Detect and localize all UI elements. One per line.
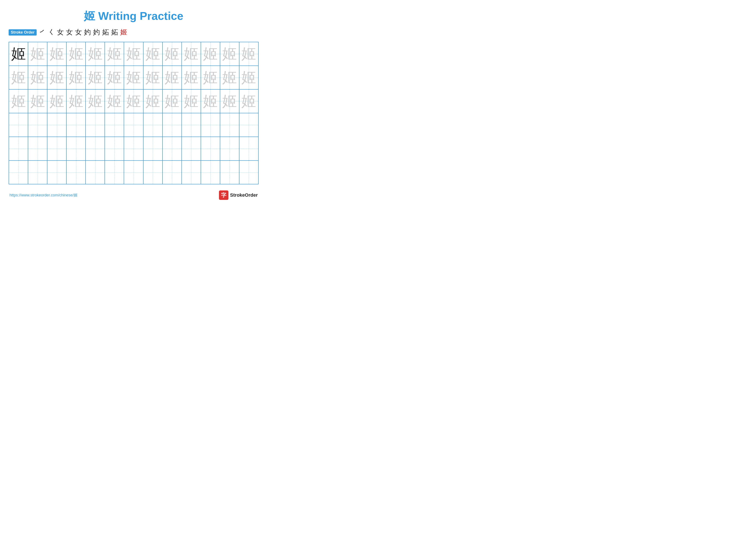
stroke-order-badge: Stroke Order — [9, 29, 37, 36]
stroke-step-9: 妬 — [111, 28, 118, 37]
grid-cell[interactable] — [86, 137, 105, 161]
grid-cell[interactable]: 姬 — [239, 42, 258, 66]
grid-cell[interactable]: 姬 — [47, 89, 67, 113]
grid-cell[interactable]: 姬 — [124, 66, 143, 89]
grid-cell[interactable]: 姬 — [201, 66, 220, 89]
grid-cell[interactable]: 姬 — [28, 42, 47, 66]
grid-cell[interactable]: 姬 — [143, 66, 162, 89]
practice-grid: 姬姬姬姬姬姬姬姬姬姬姬姬姬姬姬姬姬姬姬姬姬姬姬姬姬姬姬姬姬姬姬姬姬姬姬姬姬姬姬 — [9, 42, 258, 184]
grid-cell[interactable]: 姬 — [201, 89, 220, 113]
grid-cell[interactable] — [105, 161, 124, 184]
grid-cell[interactable] — [162, 113, 182, 137]
grid-cell[interactable]: 姬 — [105, 66, 124, 89]
grid-cell[interactable] — [143, 137, 162, 161]
grid-cell[interactable]: 姬 — [239, 66, 258, 89]
grid-cell[interactable] — [67, 137, 86, 161]
grid-cell[interactable]: 姬 — [28, 66, 47, 89]
grid-cell[interactable] — [201, 161, 220, 184]
grid-cell[interactable]: 姬 — [9, 42, 28, 66]
grid-cell[interactable] — [182, 113, 201, 137]
grid-cell[interactable] — [124, 137, 143, 161]
grid-cell[interactable]: 姬 — [86, 66, 105, 89]
grid-cell[interactable]: 姬 — [201, 42, 220, 66]
grid-cell[interactable] — [220, 161, 239, 184]
grid-cell[interactable] — [143, 161, 162, 184]
grid-cell[interactable] — [239, 137, 258, 161]
grid-cell[interactable]: 姬 — [86, 89, 105, 113]
grid-cell[interactable]: 姬 — [162, 66, 182, 89]
grid-cell[interactable] — [162, 161, 182, 184]
grid-cell[interactable] — [9, 161, 28, 184]
footer: https://www.strokeorder.com/chinese/姬 字 … — [9, 191, 258, 200]
grid-cell[interactable]: 姬 — [182, 42, 201, 66]
grid-cell[interactable]: 姬 — [67, 42, 86, 66]
grid-cell[interactable] — [28, 161, 47, 184]
page-title: 姬 Writing Practice — [9, 9, 258, 24]
grid-cell[interactable]: 姬 — [86, 42, 105, 66]
grid-cell[interactable] — [105, 137, 124, 161]
footer-url[interactable]: https://www.strokeorder.com/chinese/姬 — [10, 192, 78, 198]
grid-cell[interactable]: 姬 — [9, 89, 28, 113]
brand-name: StrokeOrder — [230, 192, 258, 198]
grid-cell[interactable]: 姬 — [182, 89, 201, 113]
grid-cell[interactable]: 姬 — [9, 66, 28, 89]
grid-cell[interactable] — [143, 113, 162, 137]
stroke-step-2: ㇛ — [48, 28, 55, 37]
grid-cell[interactable] — [47, 113, 67, 137]
grid-cell[interactable] — [124, 113, 143, 137]
grid-cell[interactable]: 姬 — [105, 42, 124, 66]
grid-cell[interactable]: 姬 — [220, 42, 239, 66]
grid-cell[interactable] — [28, 137, 47, 161]
grid-cell[interactable] — [105, 113, 124, 137]
footer-brand: 字 StrokeOrder — [219, 191, 258, 200]
grid-cell[interactable]: 姬 — [162, 89, 182, 113]
stroke-step-10: 姬 — [120, 28, 127, 37]
grid-cell[interactable] — [201, 113, 220, 137]
grid-cell[interactable]: 姬 — [182, 66, 201, 89]
grid-cell[interactable] — [47, 161, 67, 184]
grid-cell[interactable]: 姬 — [220, 66, 239, 89]
grid-cell[interactable]: 姬 — [143, 89, 162, 113]
brand-icon: 字 — [219, 191, 229, 200]
grid-cell[interactable] — [67, 113, 86, 137]
grid-cell[interactable] — [124, 161, 143, 184]
grid-cell[interactable] — [201, 137, 220, 161]
grid-cell[interactable] — [182, 161, 201, 184]
stroke-step-4: 女 — [66, 28, 73, 37]
grid-cell[interactable]: 姬 — [67, 89, 86, 113]
stroke-step-5: 女 — [75, 28, 82, 37]
grid-cell[interactable] — [220, 137, 239, 161]
stroke-step-7: 妁 — [93, 28, 100, 37]
stroke-order-row: Stroke Order ㇒ ㇛ 女 女 女 妁 妁 妬 妬 姬 — [9, 28, 258, 37]
grid-cell[interactable]: 姬 — [239, 89, 258, 113]
grid-cell[interactable]: 姬 — [220, 89, 239, 113]
grid-cell[interactable]: 姬 — [143, 42, 162, 66]
grid-cell[interactable]: 姬 — [67, 66, 86, 89]
grid-cell[interactable]: 姬 — [124, 42, 143, 66]
grid-cell[interactable] — [28, 113, 47, 137]
grid-cell[interactable] — [86, 161, 105, 184]
grid-cell[interactable]: 姬 — [124, 89, 143, 113]
grid-cell[interactable] — [86, 113, 105, 137]
grid-cell[interactable] — [47, 137, 67, 161]
grid-cell[interactable]: 姬 — [47, 42, 67, 66]
grid-cell[interactable] — [9, 137, 28, 161]
grid-cell[interactable]: 姬 — [47, 66, 67, 89]
grid-cell[interactable] — [239, 113, 258, 137]
stroke-step-1: ㇒ — [39, 28, 46, 37]
grid-cell[interactable]: 姬 — [162, 42, 182, 66]
stroke-step-3: 女 — [57, 28, 64, 37]
grid-cell[interactable]: 姬 — [105, 89, 124, 113]
grid-cell[interactable] — [220, 113, 239, 137]
grid-cell[interactable]: 姬 — [28, 89, 47, 113]
stroke-step-6: 妁 — [84, 28, 91, 37]
stroke-step-8: 妬 — [102, 28, 109, 37]
grid-cell[interactable] — [182, 137, 201, 161]
grid-cell[interactable] — [9, 113, 28, 137]
grid-cell[interactable] — [67, 161, 86, 184]
grid-cell[interactable] — [239, 161, 258, 184]
grid-cell[interactable] — [162, 137, 182, 161]
